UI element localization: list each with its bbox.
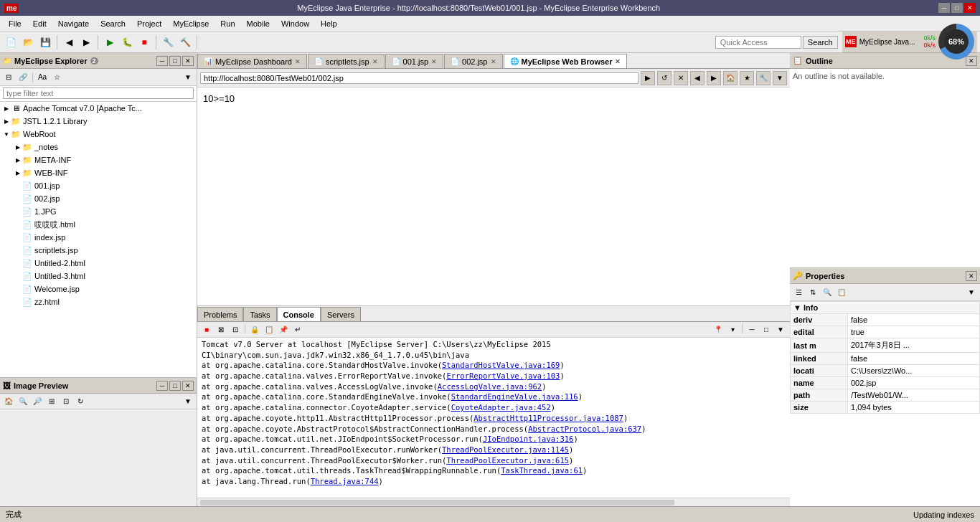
close-button[interactable]: ✕	[964, 3, 976, 13]
editor-tab[interactable]: 📄scriptlets.jsp✕	[308, 54, 385, 68]
menu-item-window[interactable]: Window	[275, 18, 315, 29]
stop-button[interactable]: ■	[136, 34, 152, 50]
console-link[interactable]: Thread.java:744	[311, 477, 379, 485]
img-preview-maximize-btn[interactable]: □	[169, 381, 181, 391]
tree-item[interactable]: ▼📁WebRoot	[0, 128, 197, 141]
prop-categories-btn[interactable]: ☰	[792, 286, 805, 299]
img-rotate-btn[interactable]: ↻	[74, 395, 87, 408]
menu-item-mobile[interactable]: Mobile	[241, 18, 275, 29]
toggle-decorations-btn[interactable]: Aa	[36, 71, 49, 84]
console-tab[interactable]: Console	[277, 307, 321, 321]
menu-item-search[interactable]: Search	[95, 18, 131, 29]
go-button[interactable]: ▶	[641, 71, 655, 85]
menu-item-navigate[interactable]: Navigate	[52, 18, 95, 29]
console-link[interactable]: JIoEndpoint.java:316	[483, 435, 573, 443]
console-wrap-btn[interactable]: ↵	[291, 323, 304, 336]
addr-menu-button[interactable]: ▼	[773, 71, 787, 85]
explorer-maximize-btn[interactable]: □	[169, 56, 181, 66]
img-home-btn[interactable]: 🏠	[2, 395, 15, 408]
console-stop-btn[interactable]: ■	[200, 323, 213, 336]
open-button[interactable]: 📂	[20, 34, 36, 50]
fav-button[interactable]: ★	[740, 71, 754, 85]
menu-item-run[interactable]: Run	[215, 18, 240, 29]
explorer-close-btn[interactable]: ✕	[182, 56, 194, 66]
tree-item[interactable]: ▶📁WEB-INF	[0, 166, 197, 179]
tab-close-btn[interactable]: ✕	[372, 58, 378, 65]
console-link[interactable]: CoyoteAdapter.java:452	[451, 403, 551, 412]
console-h-scrollbar-thumb[interactable]	[200, 500, 674, 506]
search-button[interactable]: Search	[803, 36, 838, 49]
prop-copy-btn[interactable]: 📋	[835, 286, 848, 299]
address-input[interactable]	[200, 72, 639, 84]
console-select-btn[interactable]: ▾	[726, 323, 739, 336]
tree-item[interactable]: 📄zz.html	[0, 295, 197, 308]
outline-close-btn[interactable]: ✕	[966, 56, 977, 66]
console-clear-btn[interactable]: ⊡	[229, 323, 242, 336]
tree-item[interactable]: ▶📁META-INF	[0, 153, 197, 166]
undeploy-button[interactable]: 🔨	[177, 34, 193, 50]
img-preview-minimize-btn[interactable]: ─	[156, 381, 168, 391]
properties-close-btn[interactable]: ✕	[966, 271, 977, 281]
console-link[interactable]: StandardEngineValve.java:116	[451, 392, 578, 401]
link-with-editor-btn[interactable]: 🔗	[17, 71, 29, 84]
console-link[interactable]: AbstractProtocol.java:637	[528, 424, 641, 433]
tab-close-btn[interactable]: ✕	[431, 58, 437, 65]
console-tab[interactable]: Tasks	[243, 307, 276, 321]
console-pin-btn[interactable]: 📍	[712, 323, 725, 336]
tools-button[interactable]: 🔧	[756, 71, 771, 85]
console-link[interactable]: AccessLogValve.java:962	[438, 382, 542, 391]
menu-item-myeclipse[interactable]: MyEclipse	[167, 18, 215, 29]
console-tab[interactable]: Servers	[321, 307, 361, 321]
menu-item-project[interactable]: Project	[131, 18, 167, 29]
run-button[interactable]: ▶	[102, 34, 118, 50]
back-nav-button[interactable]: ◀	[690, 71, 705, 85]
tab-close-btn[interactable]: ✕	[491, 58, 496, 65]
tree-item[interactable]: ▶📁_notes	[0, 141, 197, 153]
console-paste-btn[interactable]: 📌	[277, 323, 290, 336]
quick-access-input[interactable]	[715, 36, 801, 49]
forward-nav-button[interactable]: ▶	[707, 71, 721, 85]
img-fit-btn[interactable]: ⊞	[45, 395, 58, 408]
tree-item[interactable]: 📄哎哎哎.html	[0, 218, 197, 231]
console-link[interactable]: AbstractHttp11Processor.java:1087	[473, 414, 623, 422]
console-link[interactable]: ThreadPoolExecutor.java:615	[446, 456, 569, 465]
editor-tab[interactable]: 📄001.jsp✕	[385, 54, 443, 68]
tree-item[interactable]: ▶🖥Apache Tomcat v7.0 [Apache Tc...	[0, 102, 197, 115]
menu-item-file[interactable]: File	[3, 18, 27, 29]
console-view-menu-btn[interactable]: ▼	[774, 323, 787, 336]
tree-item[interactable]: 📄Welcome.jsp	[0, 283, 197, 295]
filter-input[interactable]	[3, 87, 194, 99]
img-zoom-out-btn[interactable]: 🔎	[31, 395, 44, 408]
console-h-scrollbar[interactable]	[197, 498, 790, 506]
tree-item[interactable]: 📄002.jsp	[0, 192, 197, 205]
img-actual-btn[interactable]: ⊡	[60, 395, 72, 408]
home-nav-button[interactable]: 🏠	[723, 71, 738, 85]
new-button[interactable]: 📄	[3, 34, 19, 50]
img-zoom-in-btn[interactable]: 🔍	[17, 395, 29, 408]
console-link[interactable]: StandardHostValve.java:169	[442, 361, 560, 369]
console-copy-btn[interactable]: 📋	[263, 323, 275, 336]
tree-item[interactable]: 📄Untitled-2.html	[0, 257, 197, 270]
tab-close-btn[interactable]: ✕	[615, 58, 621, 65]
tree-item[interactable]: 📄index.jsp	[0, 231, 197, 244]
menu-item-edit[interactable]: Edit	[27, 18, 52, 29]
console-maximize-btn[interactable]: □	[760, 323, 773, 336]
debug-button[interactable]: 🐛	[119, 34, 135, 50]
save-button[interactable]: 💾	[37, 34, 53, 50]
refresh-button[interactable]: ↺	[657, 71, 672, 85]
tab-close-btn[interactable]: ✕	[295, 58, 301, 65]
explorer-view-menu-btn[interactable]: ▼	[182, 71, 194, 84]
collapse-all-btn[interactable]: ⊟	[2, 71, 15, 84]
minimize-button[interactable]: ─	[938, 3, 950, 13]
img-view-menu-btn[interactable]: ▼	[182, 395, 194, 408]
tree-item[interactable]: 📄scriptlets.jsp	[0, 244, 197, 257]
console-scroll-lock-btn[interactable]: 🔒	[248, 323, 261, 336]
console-disconnect-btn[interactable]: ⊠	[215, 323, 227, 336]
prop-sort-btn[interactable]: ⇅	[806, 286, 819, 299]
tree-item[interactable]: 📄1.JPG	[0, 205, 197, 218]
img-preview-close-btn[interactable]: ✕	[182, 381, 194, 391]
editor-tab[interactable]: 🌐MyEclipse Web Browser✕	[504, 54, 628, 68]
maximize-button[interactable]: □	[951, 3, 963, 13]
console-link[interactable]: ThreadPoolExecutor.java:1145	[442, 445, 569, 454]
console-tab[interactable]: Problems	[197, 307, 243, 321]
